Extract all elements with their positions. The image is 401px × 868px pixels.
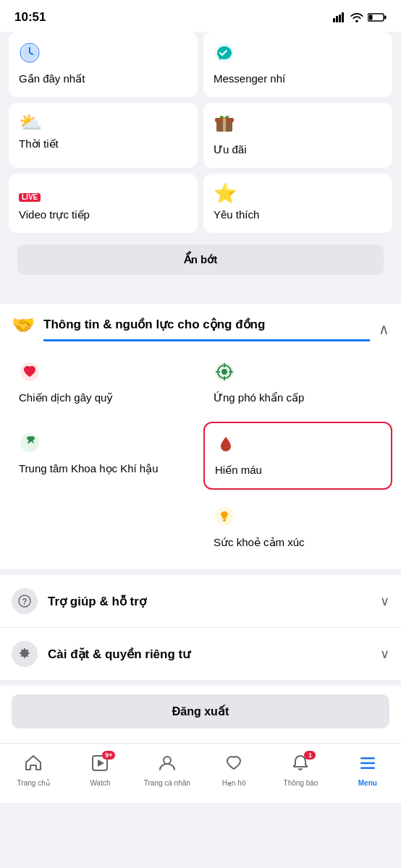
emergency-icon: [214, 361, 382, 386]
mental-health-label: Sức khoẻ cảm xúc: [214, 536, 382, 549]
community-chevron-icon: ∧: [379, 320, 389, 338]
messenger-kids-label: Messenger nhí: [214, 72, 382, 85]
emergency-label: Ứng phó khẩn cấp: [214, 391, 382, 404]
signal-icon: [333, 12, 346, 22]
deals-icon: [214, 113, 382, 137]
mental-health-icon: [214, 506, 382, 530]
nav-item-dating[interactable]: Hẹn hò: [200, 748, 267, 787]
card-emergency[interactable]: Ứng phó khẩn cấp: [203, 351, 392, 416]
profile-icon: [158, 754, 177, 777]
nav-item-menu[interactable]: Menu: [334, 748, 401, 787]
nav-item-profile[interactable]: Trang cá nhân: [134, 748, 200, 787]
hide-button[interactable]: Ẩn bớt: [17, 244, 384, 275]
status-icons: [333, 12, 387, 22]
grid-row-1: Gần đây nhất Messenger nhí: [9, 32, 392, 97]
menu-icon: [358, 754, 377, 777]
svg-rect-3: [342, 12, 344, 22]
help-title: Trợ giúp & hỗ trợ: [48, 594, 370, 609]
weather-label: Thời tiết: [19, 137, 187, 150]
live-video-icon: LIVE: [19, 184, 187, 203]
watch-label: Watch: [90, 779, 111, 787]
settings-chevron-icon: ∨: [380, 646, 389, 662]
svg-text:?: ?: [22, 597, 27, 607]
card-deals[interactable]: Ưu đãi: [203, 103, 392, 168]
svg-point-16: [221, 369, 227, 375]
card-climate[interactable]: Trung tâm Khoa học Khí hậu: [9, 422, 198, 490]
nav-item-home[interactable]: Trang chủ: [0, 748, 67, 787]
hide-section: Ẩn bớt: [0, 244, 401, 298]
community-title: Thông tin & nguồn lực cho cộng đồng: [43, 317, 370, 341]
logout-section: Đăng xuất: [0, 680, 401, 743]
nav-item-watch[interactable]: 9+ Watch: [67, 748, 133, 787]
community-icon: 🤝: [12, 314, 35, 344]
community-body: Chiến dịch gây quỹ Ứng phó khẩn cấp: [0, 344, 401, 569]
empty-placeholder: [9, 495, 198, 561]
help-section[interactable]: ? Trợ giúp & hỗ trợ ∨: [0, 569, 401, 627]
svg-rect-6: [369, 15, 373, 20]
recent-label: Gần đây nhất: [19, 72, 187, 85]
grid-row-2: ⛅ Thời tiết Ưu đãi: [9, 103, 392, 168]
notifications-badge: 1: [304, 751, 316, 760]
wifi-icon: [350, 12, 363, 22]
svg-rect-27: [360, 762, 375, 765]
community-section: 🤝 Thông tin & nguồn lực cho cộng đồng ∧ …: [0, 298, 401, 569]
menu-label: Menu: [358, 779, 377, 787]
community-row-3: Sức khoẻ cảm xúc: [9, 495, 392, 561]
svg-rect-0: [333, 18, 335, 22]
card-mental-health[interactable]: Sức khoẻ cảm xúc: [203, 495, 392, 561]
community-header[interactable]: 🤝 Thông tin & nguồn lực cho cộng đồng ∧: [0, 298, 401, 344]
recent-icon: [19, 42, 187, 67]
svg-rect-5: [384, 16, 387, 20]
fundraiser-icon: [19, 361, 187, 386]
bell-icon: 1: [291, 754, 310, 777]
settings-section[interactable]: Cài đặt & quyền riêng tư ∨: [0, 627, 401, 680]
svg-rect-2: [339, 14, 341, 22]
blood-donation-icon: [215, 433, 381, 458]
card-blood-donation[interactable]: Hiến máu: [203, 422, 392, 490]
messenger-kids-icon: [214, 42, 382, 67]
community-row-1: Chiến dịch gây quỹ Ứng phó khẩn cấp: [9, 351, 392, 416]
card-weather[interactable]: ⛅ Thời tiết: [9, 103, 198, 168]
svg-rect-28: [360, 767, 375, 770]
status-time: 10:51: [14, 10, 46, 25]
svg-rect-12: [223, 118, 226, 132]
settings-title: Cài đặt & quyền riêng tư: [48, 647, 370, 662]
fundraiser-label: Chiến dịch gây quỹ: [19, 391, 187, 404]
dating-icon: [224, 754, 243, 777]
help-chevron-icon: ∨: [380, 593, 389, 609]
logout-button[interactable]: Đăng xuất: [12, 694, 389, 728]
home-icon: [24, 754, 43, 777]
card-recent[interactable]: Gần đây nhất: [9, 32, 198, 97]
help-icon: ?: [12, 588, 38, 614]
bottom-nav: Trang chủ 9+ Watch Trang cá nhân Hẹ: [0, 743, 401, 803]
main-content: Gần đây nhất Messenger nhí ⛅ Thời tiết: [0, 32, 401, 743]
svg-point-25: [164, 757, 171, 764]
profile-label: Trang cá nhân: [144, 779, 190, 787]
weather-icon: ⛅: [19, 113, 187, 132]
favorites-icon: ⭐: [214, 184, 382, 203]
blood-donation-label: Hiến máu: [215, 464, 381, 477]
svg-rect-26: [360, 757, 375, 760]
watch-badge: 9+: [102, 751, 115, 760]
card-fundraiser[interactable]: Chiến dịch gây quỹ: [9, 351, 198, 416]
grid-row-3: LIVE Video trực tiếp ⭐ Yêu thích: [9, 174, 392, 233]
live-video-label: Video trực tiếp: [19, 208, 187, 221]
nav-item-notifications[interactable]: 1 Thông báo: [267, 748, 334, 787]
climate-icon: [19, 432, 187, 456]
card-favorites[interactable]: ⭐ Yêu thích: [203, 174, 392, 233]
top-grid-section: Gần đây nhất Messenger nhí ⛅ Thời tiết: [0, 32, 401, 244]
dating-label: Hẹn hò: [222, 779, 246, 787]
svg-point-19: [223, 519, 226, 522]
home-label: Trang chủ: [17, 779, 50, 787]
favorites-label: Yêu thích: [214, 208, 382, 221]
card-messenger-kids[interactable]: Messenger nhí: [203, 32, 392, 97]
status-bar: 10:51: [0, 0, 401, 32]
notifications-label: Thông báo: [284, 779, 318, 787]
deals-label: Ưu đãi: [214, 143, 382, 156]
card-live-video[interactable]: LIVE Video trực tiếp: [9, 174, 198, 233]
svg-marker-24: [98, 760, 104, 767]
battery-icon: [368, 12, 387, 22]
community-row-2: Trung tâm Khoa học Khí hậu Hiến máu: [9, 422, 392, 490]
settings-icon: [12, 641, 38, 667]
climate-label: Trung tâm Khoa học Khí hậu: [19, 462, 187, 475]
